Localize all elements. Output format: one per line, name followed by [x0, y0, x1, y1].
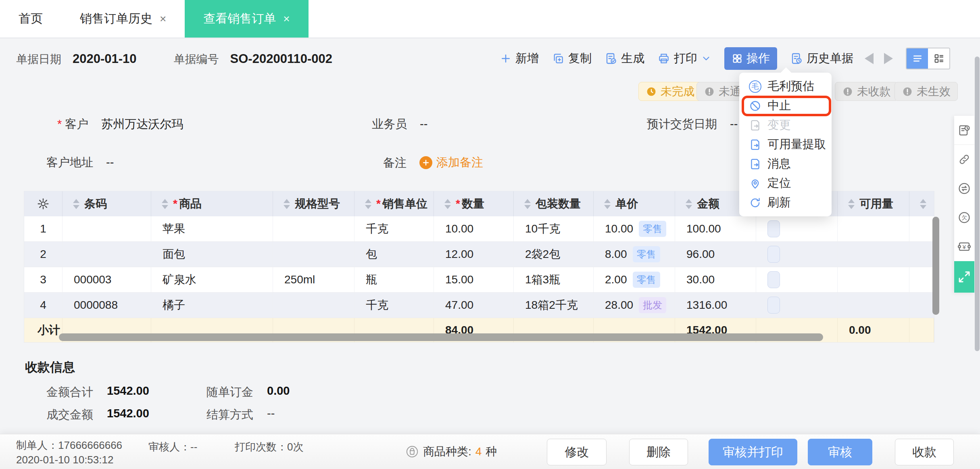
money-ticket-button[interactable]: ¥: [954, 232, 974, 261]
payment-section-title: 收款信息: [25, 359, 75, 376]
view-toggle-group: [906, 48, 950, 69]
tab-home[interactable]: 首页: [0, 0, 61, 38]
created-timestamp: 2020-01-10 10:53:12: [16, 452, 122, 467]
doc-arrow-icon: [749, 119, 761, 132]
cell-qty: 47.00: [434, 293, 514, 318]
sort-icon[interactable]: [920, 199, 926, 209]
chevron-down-icon[interactable]: [701, 53, 711, 64]
row-checkbox[interactable]: [767, 220, 780, 237]
collect-payment-button[interactable]: 收款: [895, 439, 954, 465]
header-pack[interactable]: 包装数量: [514, 191, 594, 216]
cell-barcode: 000003: [63, 267, 151, 292]
deposit-field: 随单订金 0.00: [206, 384, 290, 400]
audit-print-button[interactable]: 审核并打印: [709, 439, 797, 465]
address-value[interactable]: --: [106, 156, 114, 169]
chevron-left-icon[interactable]: [865, 53, 874, 64]
transfer-button[interactable]: [954, 174, 974, 203]
copy-button[interactable]: 复制: [552, 50, 592, 67]
action-button-label: 操作: [746, 50, 770, 67]
menu-item-message[interactable]: 消息: [739, 154, 832, 174]
price-type-tag: 零售: [633, 246, 660, 262]
document-header: 单据日期 2020-01-10 单据编号 SO-20200110-002: [16, 52, 332, 67]
cell-price: 10.00零售: [594, 216, 675, 241]
cell-unit: 千克: [354, 293, 434, 318]
sort-icon[interactable]: [524, 199, 531, 209]
header-overflow[interactable]: [909, 191, 934, 216]
doc-number-label: 单据编号: [174, 52, 219, 67]
tab-view-sales-order[interactable]: 查看销售订单 ×: [185, 0, 308, 38]
status-badge-label: 未完成: [661, 84, 694, 99]
header-unit[interactable]: *销售单位: [354, 191, 434, 216]
horizontal-scrollbar[interactable]: [59, 333, 823, 341]
tab-close-icon[interactable]: ×: [160, 13, 166, 25]
delete-button[interactable]: 删除: [629, 439, 688, 465]
action-button[interactable]: 操作: [724, 47, 777, 70]
auditor-info: 审核人：--: [148, 440, 197, 454]
table-row[interactable]: 1 苹果 千克 10.00 10千克 10.00零售 100.00: [24, 216, 934, 242]
sort-icon[interactable]: [284, 199, 290, 209]
tab-order-history[interactable]: 销售订单历史 ×: [61, 0, 185, 38]
total-amount-field: 金额合计 1542.00: [46, 384, 149, 400]
history-button[interactable]: 历史单据: [790, 50, 853, 67]
link-icon: [957, 153, 971, 166]
grid-icon: [732, 53, 743, 64]
menu-item-refresh[interactable]: 刷新: [739, 193, 832, 212]
sort-icon[interactable]: [604, 199, 611, 209]
header-product[interactable]: *商品: [151, 191, 273, 216]
header-barcode[interactable]: 条码: [63, 191, 151, 216]
table-row[interactable]: 3 000003 矿泉水 250ml 瓶 15.00 1箱3瓶 2.00零售 3…: [24, 267, 934, 293]
page-vertical-scrollbar[interactable]: [975, 57, 980, 351]
print-button[interactable]: 打印: [657, 50, 711, 67]
sort-icon[interactable]: [686, 199, 692, 209]
sort-icon[interactable]: [444, 199, 451, 209]
owe-button[interactable]: 欠: [954, 203, 974, 232]
status-badge-label: 未收款: [857, 84, 891, 99]
status-badge-label: 未生效: [917, 84, 951, 99]
customer-value[interactable]: 苏州万达沃尔玛: [101, 116, 183, 132]
footer-bar: 制单人：17666666666 2020-01-10 10:53:12 审核人：…: [0, 434, 980, 469]
list-view-toggle[interactable]: [907, 48, 928, 69]
table-row[interactable]: 4 0000088 橘子 千克 47.00 18箱2千克 28.00批发 131…: [24, 293, 934, 318]
remark-field: 备注 添加备注: [383, 155, 483, 171]
menu-item-abort[interactable]: 中止: [739, 96, 832, 115]
profit-icon: 毛: [749, 80, 761, 93]
svg-text:¥: ¥: [962, 244, 966, 250]
header-spec[interactable]: 规格型号: [273, 191, 354, 216]
history-doc-icon: [790, 52, 803, 65]
expand-button[interactable]: [954, 261, 974, 293]
generate-button-label: 生成: [621, 50, 644, 67]
modify-button[interactable]: 修改: [547, 439, 607, 465]
delivery-date-value[interactable]: --: [730, 117, 738, 131]
cell-available: [838, 216, 909, 241]
header-qty[interactable]: *数量: [434, 191, 514, 216]
gear-icon[interactable]: [37, 197, 50, 210]
related-link-button[interactable]: [954, 145, 974, 174]
chevron-right-icon[interactable]: [884, 53, 893, 64]
salesman-value[interactable]: --: [420, 117, 427, 131]
sort-icon[interactable]: [73, 199, 79, 209]
header-price[interactable]: 单价: [594, 191, 675, 216]
row-checkbox[interactable]: [767, 271, 780, 288]
audit-button[interactable]: 审核: [808, 439, 872, 465]
sort-icon[interactable]: [365, 199, 371, 209]
row-checkbox[interactable]: [767, 246, 780, 263]
add-button[interactable]: 新增: [500, 50, 539, 67]
menu-item-available-extract[interactable]: 可用量提取: [739, 135, 832, 154]
menu-item-locate[interactable]: 定位: [739, 174, 832, 193]
table-vertical-scrollbar[interactable]: [932, 217, 939, 315]
menu-item-profit-estimate[interactable]: 毛 毛利预估: [739, 77, 832, 96]
card-view-toggle[interactable]: [928, 48, 949, 69]
header-available[interactable]: 可用量: [838, 191, 909, 216]
cell-qty: 12.00: [434, 242, 514, 267]
generate-button[interactable]: 生成: [605, 50, 644, 67]
sort-icon[interactable]: [848, 199, 855, 209]
add-remark-button[interactable]: 添加备注: [419, 155, 483, 171]
order-log-button[interactable]: [954, 116, 974, 145]
row-checkbox[interactable]: [767, 297, 780, 314]
tab-close-icon[interactable]: ×: [283, 13, 290, 25]
sort-icon[interactable]: [162, 199, 168, 209]
swap-circle-icon: [957, 182, 971, 195]
cell-amount: 100.00: [675, 216, 756, 241]
cell-barcode: [63, 216, 151, 241]
table-row[interactable]: 2 面包 包 12.00 2袋2包 8.00零售 96.00: [24, 242, 934, 267]
